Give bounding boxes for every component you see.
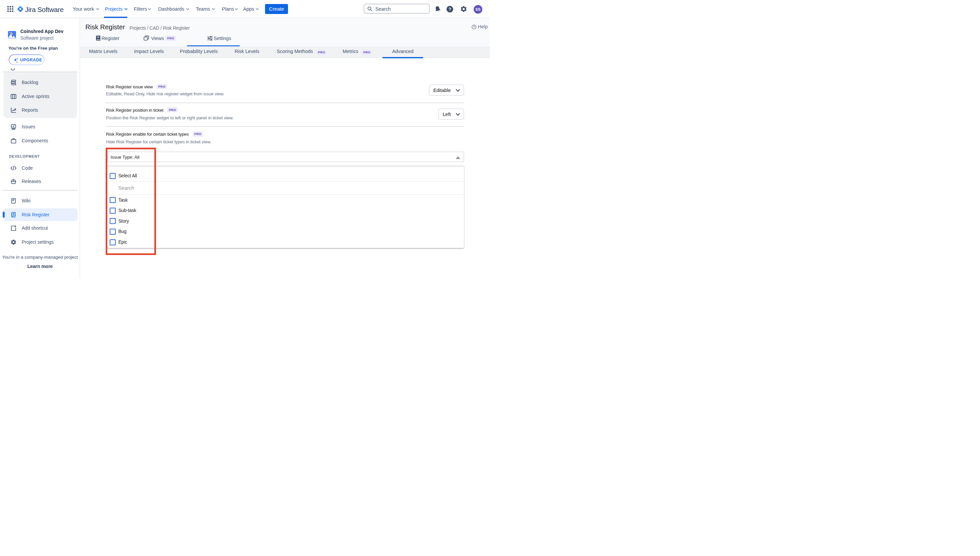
svg-text:?: ? (448, 6, 451, 12)
svg-text:?: ? (473, 25, 475, 29)
